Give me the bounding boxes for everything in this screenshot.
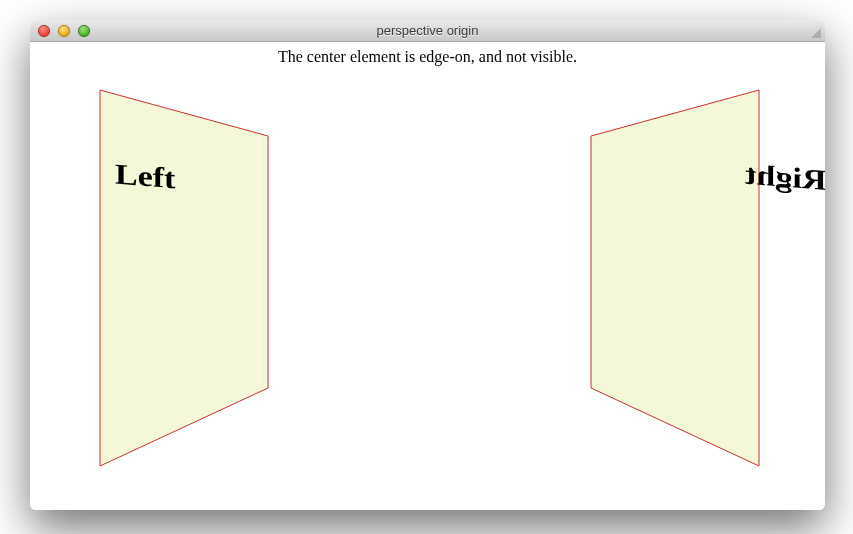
right-panel-label: Right <box>745 158 825 197</box>
resize-icon[interactable] <box>807 24 821 38</box>
window: perspective origin The center element is… <box>30 20 825 510</box>
traffic-lights <box>38 25 90 37</box>
left-panel-shape <box>100 90 268 466</box>
left-panel <box>98 88 308 468</box>
left-panel-label: Left <box>115 158 175 195</box>
window-title: perspective origin <box>30 20 825 42</box>
zoom-icon[interactable] <box>78 25 90 37</box>
close-icon[interactable] <box>38 25 50 37</box>
titlebar[interactable]: perspective origin <box>30 20 825 42</box>
right-panel <box>551 88 761 468</box>
right-panel-shape <box>591 90 759 466</box>
content-area: The center element is edge-on, and not v… <box>30 42 825 510</box>
caption-text: The center element is edge-on, and not v… <box>30 42 825 66</box>
stage: Left Center Right <box>30 70 825 490</box>
minimize-icon[interactable] <box>58 25 70 37</box>
